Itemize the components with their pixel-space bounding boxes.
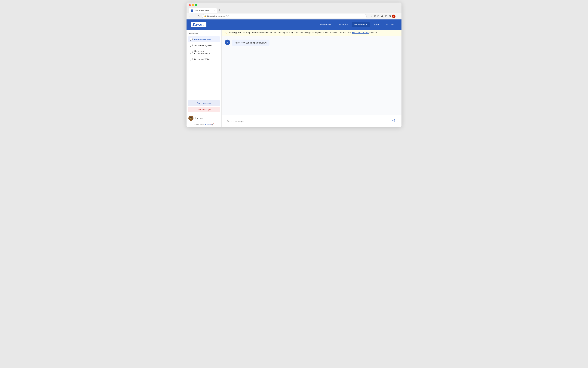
send-button[interactable]	[392, 119, 396, 123]
sidebar-item-general[interactable]: 💬 General (Default)	[188, 37, 220, 42]
chat-input-box	[225, 117, 398, 125]
sidebar-user: 🧑 Raf Laus	[187, 114, 222, 122]
app-main: Personas 💬 General (Default) 💬 Software …	[187, 30, 401, 127]
chat-icon: 💬	[190, 38, 193, 41]
sidebar-items: 💬 General (Default) 💬 Software Engineer …	[187, 36, 222, 99]
sidebar-item-software-engineer[interactable]: 💬 Software Engineer	[188, 42, 220, 48]
chat-icon: 💬	[190, 58, 193, 61]
horizon-link[interactable]: Horizon	[205, 123, 211, 125]
personas-label: Personas	[187, 30, 222, 36]
header-nav: ElancoGPT Customise Experimental About R…	[317, 22, 397, 27]
browser-window: f chat.elanco.ai/v2 × + ‹ › ↻ 🔒 https://…	[187, 2, 401, 127]
chat-input-area	[222, 115, 401, 127]
browser-addressbar: ‹ › ↻ 🔒 https://chat.elanco.ai/v2 ↑ ☆ ⊞ …	[187, 13, 401, 19]
browser-controls	[189, 4, 399, 6]
warning-banner: ⚠ Warning: You are using the ElancoGPT E…	[222, 30, 401, 37]
lock-icon: 🔒	[204, 15, 206, 17]
chat-input[interactable]	[227, 120, 392, 122]
logo: Elanco ✓	[191, 22, 206, 27]
sidebar-item-label: Corporate Communications	[194, 50, 218, 55]
powered-by: Powered by Horizon 🚀	[187, 122, 222, 127]
tab-favicon: f	[191, 9, 193, 12]
app-container: Elanco ✓ ElancoGPT Customise Experimenta…	[187, 19, 401, 127]
chat-messages: E Hello! How can I help you today?	[222, 37, 401, 115]
logo-box: Elanco ✓	[191, 22, 206, 27]
warning-text: Warning: You are using the ElancoGPT Exp…	[229, 31, 377, 34]
address-text: https://chat.elanco.ai/v2	[207, 15, 229, 18]
browser-tabs: f chat.elanco.ai/v2 × +	[189, 8, 399, 13]
more-options-icon[interactable]: ⋯	[397, 15, 399, 18]
send-icon	[392, 119, 395, 122]
nav-about[interactable]: About	[371, 22, 382, 27]
logo-text: Elanco	[193, 23, 202, 26]
warning-link[interactable]: ElancoGPT Teams	[352, 31, 369, 34]
new-tab-button[interactable]: +	[217, 8, 222, 13]
address-bar[interactable]: 🔒 https://chat.elanco.ai/v2	[202, 14, 366, 18]
copy-messages-button[interactable]: Copy messages	[188, 100, 220, 106]
sidebar-bottom: Copy messages Clear messages	[187, 99, 222, 114]
back-button[interactable]: ‹	[189, 15, 191, 18]
message-row: E Hello! How can I help you today?	[225, 40, 398, 46]
browser-titlebar: f chat.elanco.ai/v2 × +	[187, 2, 401, 13]
warning-icon: ⚠	[225, 31, 227, 35]
user-avatar: 🧑	[188, 116, 194, 121]
warning-suffix: channel.	[370, 31, 377, 34]
forward-button[interactable]: ›	[193, 15, 195, 18]
multiwindow-icon[interactable]: ⊟	[389, 15, 391, 18]
maximize-dot[interactable]	[195, 4, 197, 6]
message-bubble: Hello! How can I help you today?	[232, 40, 269, 46]
nav-customise[interactable]: Customise	[335, 22, 351, 27]
active-tab[interactable]: f chat.elanco.ai/v2 ×	[189, 8, 217, 13]
nav-user: Raf Laus	[383, 22, 397, 27]
browser-user-avatar[interactable]: R	[392, 15, 395, 18]
refresh-button[interactable]: ↻	[197, 14, 200, 18]
app-header: Elanco ✓ ElancoGPT Customise Experimenta…	[187, 19, 401, 30]
clear-messages-button[interactable]: Clear messages	[188, 107, 220, 112]
chat-icon: 💬	[190, 44, 193, 47]
logo-checkmark: ✓	[203, 24, 205, 26]
nav-elancogpt[interactable]: ElancoGPT	[317, 22, 334, 27]
extensions-icon[interactable]: ⊞	[374, 15, 376, 18]
close-dot[interactable]	[189, 4, 191, 6]
message-avatar: E	[225, 40, 230, 45]
share-icon[interactable]: ↑	[368, 15, 369, 18]
sidebar-item-corporate-communications[interactable]: 💬 Corporate Communications	[188, 48, 220, 56]
sidebar-icon[interactable]: ⧉	[377, 15, 379, 18]
browser-toolbar-right: ↑ ☆ ⊞ ⧉ 🔌 🛡 ⊟ R ⋯	[368, 15, 399, 18]
tab-title: chat.elanco.ai/v2	[195, 9, 209, 12]
sidebar: Personas 💬 General (Default) 💬 Software …	[187, 30, 222, 127]
user-name: Raf Laus	[195, 117, 203, 120]
sidebar-item-label: Software Engineer	[194, 44, 212, 46]
plugin-icon[interactable]: 🔌	[381, 15, 384, 18]
tab-close-button[interactable]: ×	[214, 9, 215, 12]
minimize-dot[interactable]	[192, 4, 194, 6]
warning-body: You are using the ElancoGPT Experimental…	[238, 31, 352, 34]
warning-prefix: Warning:	[229, 31, 237, 34]
sidebar-item-label: General (Default)	[194, 38, 211, 40]
shield-icon[interactable]: 🛡	[385, 15, 387, 18]
bookmark-icon[interactable]: ☆	[371, 15, 373, 18]
sidebar-item-document-writer[interactable]: 💬 Document Writer	[188, 56, 220, 62]
chat-icon: 💬	[190, 51, 193, 54]
chat-area: ⚠ Warning: You are using the ElancoGPT E…	[222, 30, 401, 127]
nav-experimental[interactable]: Experimental	[352, 22, 370, 27]
sidebar-item-label: Document Writer	[194, 58, 210, 60]
